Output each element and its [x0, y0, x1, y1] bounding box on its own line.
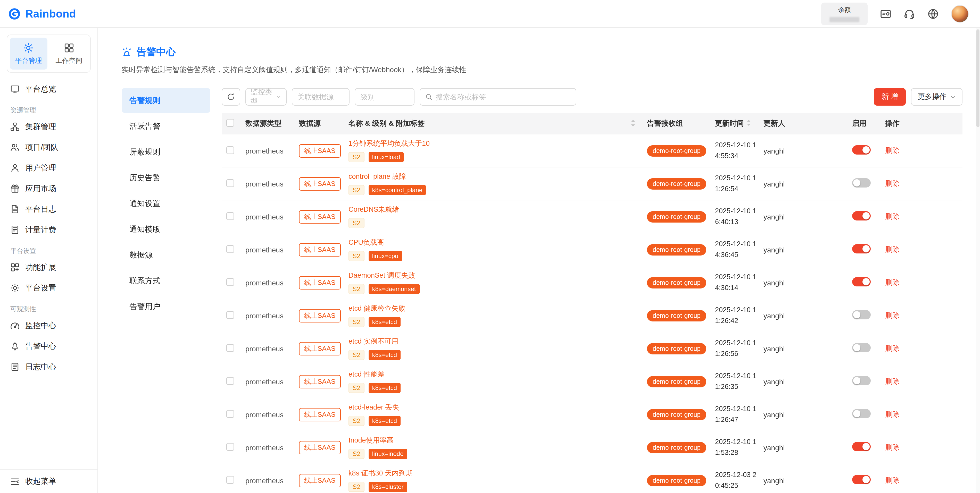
- add-button[interactable]: 新 增: [874, 88, 906, 106]
- datasource-badge[interactable]: 线上SAAS: [299, 243, 340, 256]
- receiver-group-pill[interactable]: demo-root-group: [647, 442, 706, 453]
- tab-item[interactable]: 告警用户: [122, 294, 210, 319]
- sidebar-item-app-market[interactable]: 应用市场: [7, 178, 91, 199]
- delete-link[interactable]: 删除: [885, 443, 900, 451]
- row-checkbox[interactable]: [226, 212, 234, 220]
- row-checkbox[interactable]: [226, 344, 234, 352]
- enable-toggle[interactable]: [852, 475, 871, 484]
- row-checkbox[interactable]: [226, 146, 234, 154]
- row-checkbox[interactable]: [226, 245, 234, 253]
- row-checkbox[interactable]: [226, 476, 234, 483]
- row-checkbox[interactable]: [226, 377, 234, 385]
- receiver-group-pill[interactable]: demo-root-group: [647, 145, 706, 156]
- datasource-badge[interactable]: 线上SAAS: [299, 342, 340, 355]
- delete-link[interactable]: 删除: [885, 245, 900, 253]
- enable-toggle[interactable]: [852, 211, 871, 220]
- tab-item[interactable]: 活跃告警: [122, 114, 210, 139]
- datasource-badge[interactable]: 线上SAAS: [299, 276, 340, 289]
- datasource-badge[interactable]: 线上SAAS: [299, 408, 340, 421]
- enable-toggle[interactable]: [852, 409, 871, 418]
- sidebar-item-cluster-management[interactable]: 集群管理: [7, 116, 91, 137]
- col-header-updated[interactable]: 更新时间: [715, 119, 759, 128]
- receiver-group-pill[interactable]: demo-root-group: [647, 211, 706, 222]
- headset-support-icon[interactable]: [904, 8, 915, 19]
- rule-name-link[interactable]: CPU负载高: [348, 238, 402, 247]
- delete-link[interactable]: 删除: [885, 179, 900, 187]
- enable-toggle[interactable]: [852, 277, 871, 287]
- tab-item[interactable]: 历史告警: [122, 165, 210, 190]
- sidebar-item-platform-logs[interactable]: 平台日志: [7, 199, 91, 219]
- sidebar-item-monitoring-center[interactable]: 监控中心: [7, 315, 91, 336]
- rule-name-link[interactable]: control_plane 故障: [348, 172, 426, 181]
- sidebar-item-alert-center[interactable]: 告警中心: [7, 336, 91, 357]
- rule-name-link[interactable]: DaemonSet 调度失败: [348, 271, 420, 280]
- enable-toggle[interactable]: [852, 442, 871, 451]
- user-avatar[interactable]: [951, 5, 969, 22]
- tab-item[interactable]: 通知模版: [122, 217, 210, 242]
- rule-name-link[interactable]: k8s 证书30 天内到期: [348, 469, 413, 478]
- collapse-menu-button[interactable]: 收起菜单: [0, 469, 97, 493]
- sidebar-item-platform-overview[interactable]: 平台总览: [7, 79, 91, 100]
- workspace-platform-admin[interactable]: 平台管理: [10, 38, 47, 70]
- sidebar-item-platform-settings[interactable]: 平台设置: [7, 277, 91, 298]
- rule-name-link[interactable]: 1分钟系统平均负载大于10: [348, 139, 430, 148]
- datasource-badge[interactable]: 线上SAAS: [299, 474, 340, 487]
- enable-toggle[interactable]: [852, 244, 871, 254]
- delete-link[interactable]: 删除: [885, 410, 900, 418]
- sidebar-item-log-center[interactable]: 日志中心: [7, 357, 91, 377]
- receiver-group-pill[interactable]: demo-root-group: [647, 409, 706, 420]
- row-checkbox[interactable]: [226, 179, 234, 187]
- tab-item[interactable]: 通知设置: [122, 191, 210, 216]
- tab-item[interactable]: 屏蔽规则: [122, 139, 210, 164]
- receiver-group-pill[interactable]: demo-root-group: [647, 244, 706, 255]
- workspace-workspace[interactable]: 工作空间: [50, 38, 88, 70]
- more-actions-button[interactable]: 更多操作: [911, 88, 963, 106]
- enable-toggle[interactable]: [852, 310, 871, 319]
- row-checkbox[interactable]: [226, 278, 234, 286]
- rule-name-link[interactable]: etcd 健康检查失败: [348, 304, 406, 313]
- datasource-badge[interactable]: 线上SAAS: [299, 210, 340, 224]
- sidebar-item-user-management[interactable]: 用户管理: [7, 158, 91, 178]
- sidebar-item-billing[interactable]: 计量计费: [7, 219, 91, 240]
- rule-name-link[interactable]: etcd 性能差: [348, 370, 401, 379]
- scrollbar-thumb[interactable]: [977, 29, 980, 127]
- sort-icon[interactable]: [746, 119, 751, 128]
- balance-widget[interactable]: 余额: [821, 2, 868, 25]
- rule-name-link[interactable]: etcd-leader 丢失: [348, 403, 401, 412]
- delete-link[interactable]: 删除: [885, 311, 900, 319]
- delete-link[interactable]: 删除: [885, 146, 900, 154]
- monitor-type-select[interactable]: 监控类型: [245, 88, 286, 106]
- datasource-badge[interactable]: 线上SAAS: [299, 309, 340, 322]
- enable-toggle[interactable]: [852, 376, 871, 385]
- tab-item[interactable]: 告警规则: [122, 88, 210, 113]
- rule-name-link[interactable]: CoreDNS未就绪: [348, 205, 399, 214]
- datasource-badge[interactable]: 线上SAAS: [299, 375, 340, 388]
- delete-link[interactable]: 删除: [885, 377, 900, 385]
- enable-toggle[interactable]: [852, 343, 871, 352]
- receiver-group-pill[interactable]: demo-root-group: [647, 376, 706, 387]
- language-icon[interactable]: [928, 8, 939, 19]
- enable-toggle[interactable]: [852, 178, 871, 187]
- receiver-group-pill[interactable]: demo-root-group: [647, 343, 706, 354]
- delete-link[interactable]: 删除: [885, 476, 900, 484]
- receiver-group-pill[interactable]: demo-root-group: [647, 310, 706, 321]
- sort-icon[interactable]: [630, 119, 636, 128]
- col-header-name[interactable]: 名称 & 级别 & 附加标签: [348, 119, 647, 128]
- row-checkbox[interactable]: [226, 410, 234, 417]
- delete-link[interactable]: 删除: [885, 278, 900, 286]
- rule-name-link[interactable]: etcd 实例不可用: [348, 337, 401, 346]
- tab-item[interactable]: 联系方式: [122, 268, 210, 293]
- datasource-input[interactable]: [298, 93, 344, 101]
- rule-name-link[interactable]: Inode使用率高: [348, 436, 407, 445]
- datasource-badge[interactable]: 线上SAAS: [299, 177, 340, 190]
- row-checkbox[interactable]: [226, 443, 234, 450]
- level-input[interactable]: [360, 93, 409, 101]
- receiver-group-pill[interactable]: demo-root-group: [647, 178, 706, 189]
- tab-item[interactable]: 数据源: [122, 243, 210, 267]
- sidebar-item-extensions[interactable]: 功能扩展: [7, 257, 91, 277]
- delete-link[interactable]: 删除: [885, 344, 900, 352]
- brand[interactable]: Rainbond: [8, 8, 76, 20]
- contact-card-icon[interactable]: [880, 8, 891, 19]
- refresh-button[interactable]: [222, 88, 240, 106]
- sidebar-item-project-team[interactable]: 项目/团队: [7, 137, 91, 158]
